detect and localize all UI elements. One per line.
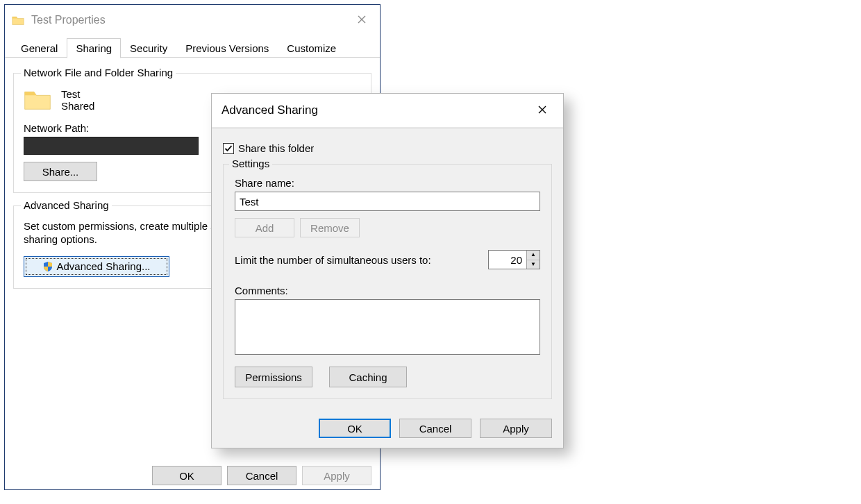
limit-label: Limit the number of simultaneous users t…	[235, 254, 431, 266]
share-button[interactable]: Share...	[24, 162, 97, 181]
advanced-sharing-button[interactable]: Advanced Sharing...	[24, 256, 169, 277]
remove-button[interactable]: Remove	[300, 218, 360, 237]
folder-icon	[12, 15, 24, 26]
share-folder-checkbox-row[interactable]: Share this folder	[223, 142, 552, 154]
dialog-close-button[interactable]	[528, 103, 556, 118]
dialog-button-row: OK Cancel Apply	[212, 409, 563, 448]
network-sharing-legend: Network File and Folder Sharing	[21, 67, 176, 78]
add-button[interactable]: Add	[235, 218, 294, 237]
cancel-button[interactable]: Cancel	[227, 466, 296, 485]
spinner-down-button[interactable]: ▼	[527, 260, 540, 269]
close-icon	[537, 105, 547, 115]
window-title: Test Properties	[31, 14, 106, 26]
advanced-sharing-button-label: Advanced Sharing...	[56, 260, 150, 272]
caching-button[interactable]: Caching	[329, 367, 407, 387]
check-icon	[224, 144, 233, 153]
share-item-status: Shared	[61, 100, 94, 112]
window-button-row: OK Cancel Apply	[152, 466, 371, 485]
tab-sharing[interactable]: Sharing	[67, 38, 121, 58]
limit-spinner[interactable]: ▲ ▼	[488, 250, 540, 269]
dialog-ok-button[interactable]: OK	[319, 419, 391, 438]
advanced-sharing-legend: Advanced Sharing	[21, 199, 112, 211]
tab-general[interactable]: General	[12, 38, 67, 58]
close-icon	[357, 15, 367, 24]
share-item-name: Test	[61, 88, 94, 100]
dialog-titlebar[interactable]: Advanced Sharing	[212, 94, 563, 128]
limit-value-input[interactable]	[489, 251, 526, 269]
share-name-input[interactable]	[235, 192, 540, 211]
share-folder-checkbox[interactable]	[223, 143, 234, 154]
settings-legend: Settings	[229, 158, 272, 169]
tab-security[interactable]: Security	[121, 38, 176, 58]
network-path-value[interactable]	[24, 137, 199, 155]
titlebar[interactable]: Test Properties	[5, 5, 380, 35]
settings-group: Settings Share name: Add Remove Limit th…	[223, 164, 552, 399]
dialog-apply-button[interactable]: Apply	[480, 419, 552, 438]
dialog-cancel-button[interactable]: Cancel	[399, 419, 471, 438]
comments-textarea[interactable]	[235, 299, 540, 355]
share-name-label: Share name:	[235, 177, 540, 189]
spinner-up-button[interactable]: ▲	[527, 251, 540, 260]
comments-label: Comments:	[235, 285, 540, 296]
dialog-title: Advanced Sharing	[221, 103, 318, 117]
close-button[interactable]	[348, 10, 376, 31]
ok-button[interactable]: OK	[152, 466, 221, 485]
tab-previous-versions[interactable]: Previous Versions	[176, 38, 278, 58]
permissions-button[interactable]: Permissions	[235, 367, 312, 387]
shield-icon	[42, 261, 53, 272]
apply-button[interactable]: Apply	[302, 466, 371, 485]
share-folder-checkbox-label: Share this folder	[238, 142, 314, 154]
folder-icon	[24, 87, 51, 112]
advanced-sharing-dialog: Advanced Sharing Share this folder Setti…	[211, 93, 564, 448]
tab-strip: General Sharing Security Previous Versio…	[5, 35, 380, 58]
tab-customize[interactable]: Customize	[278, 38, 345, 58]
